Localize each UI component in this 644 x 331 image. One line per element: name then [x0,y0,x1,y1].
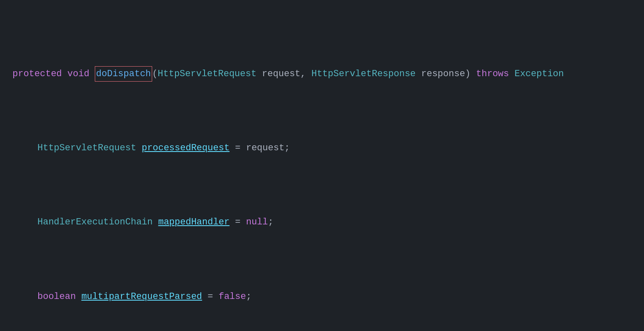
space-throws [509,67,514,81]
keyword-boolean: boolean [37,289,76,304]
var-processedrequest-1: processedRequest [142,141,229,155]
method-doDispatch: doDispatch [95,66,152,82]
code-editor: protected void doDispatch (HttpServletRe… [0,4,644,331]
param-space-2: response) [416,67,476,81]
var-mappedhandler-1: mappedHandler [158,215,229,229]
var-multipartrequestparsed-1: multipartRequestParsed [81,289,202,304]
assign-false: = [202,289,219,304]
code-line-1: protected void doDispatch (HttpServletRe… [0,66,644,82]
keyword-false: false [219,289,246,304]
code-line-4: boolean multipartRequestParsed = false ; [25,289,644,305]
code-line-2: HttpServletRequest processedRequest = re… [25,141,644,157]
keyword-void: void [67,67,89,81]
type-httpservletresponse-param: HttpServletResponse [311,67,416,81]
keyword-throws: throws [476,67,509,81]
assign-op: = request; [229,141,290,155]
assign-null: = [229,215,246,229]
space [76,289,81,304]
keyword-null-1: null [246,215,268,229]
type-httpservletrequest: HttpServletRequest [37,141,136,155]
code-line-3: HandlerExecutionChain mappedHandler = nu… [25,215,644,231]
exception-type: Exception [514,67,564,81]
semi-2: ; [246,289,252,304]
space-2 [89,67,95,81]
space-1 [62,67,67,81]
params-1: ( [152,67,158,81]
semi-1: ; [268,215,274,229]
space [153,215,158,229]
space [136,141,142,155]
type-handlerexecutionchain: HandlerExecutionChain [37,215,153,229]
param-space-1: request, [257,67,311,81]
type-httpservletrequest-param: HttpServletRequest [158,67,257,81]
keyword-protected: protected [12,67,62,81]
